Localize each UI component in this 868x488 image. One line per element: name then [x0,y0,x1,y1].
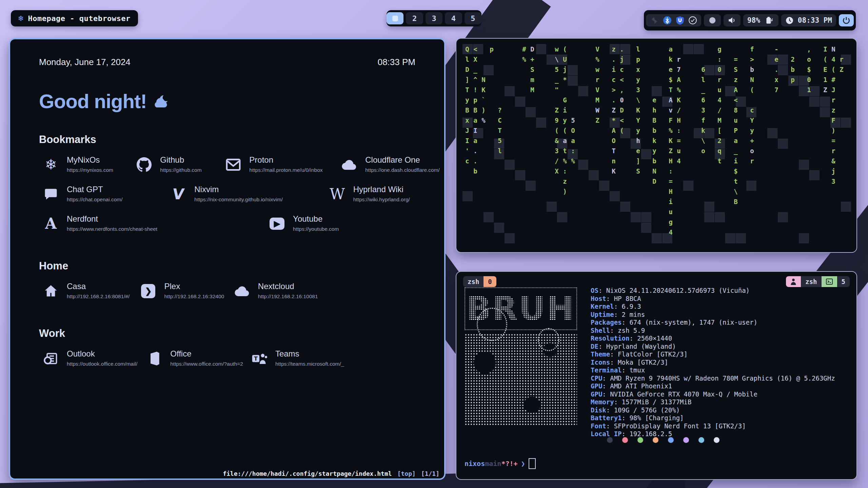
rain-column: -e.x7 [772,44,781,95]
workspace-button-1[interactable] [387,12,403,24]
ghost-square [694,44,704,54]
workspace-button-5[interactable]: 5 [465,12,481,24]
bookmark-proton[interactable]: Protonhttps://mail.proton.me/u/0/inbox [225,156,322,173]
bookmark-github[interactable]: Githubhttps://github.com [136,156,201,173]
bookmark-office[interactable]: Officehttps://www.office.com/?auth=2 [146,350,243,367]
bluetooth-icon[interactable] [663,16,672,25]
shell-prompt[interactable]: nixos main *?!+ ❯ [465,458,536,469]
system-tray-pill: 98% 08:33 PM [644,10,856,30]
bookmark-nerdfont[interactable]: ANerdfonthttps://www.nerdfonts.com/cheat… [42,215,157,232]
statusbar-url: file:///home/hadi/.config/startpage/inde… [223,470,392,477]
ghost-square [505,86,515,96]
ghost-square [809,97,820,107]
rain-column: ,o$01 [805,44,813,95]
ghost-square [778,212,788,222]
bookmark-name: Hyprland Wiki [353,185,410,194]
rain-column: g:0ru4/M[2qt [715,44,724,166]
youtube-icon: ▶ [269,218,285,230]
tmux-segment-0[interactable]: 0 [484,276,496,287]
bookmark-url: https://chat.openai.com/ [67,197,123,203]
bookmark-nextcloud[interactable]: Nextcloudhttp://192.168.2.16:10081 [234,282,318,300]
battery-percent: 98% [747,16,760,24]
office-icon [146,351,163,366]
rain-column: 6l_63fk\o [699,64,707,156]
tmux-status-right: zsh5 [786,276,850,287]
nixos-logo-icon: ❄ [18,14,23,23]
palette-dot [637,437,643,443]
fetch-line: CPU: AMD Ryzen 9 7940HS w/ Radeon 780M G… [591,374,835,383]
ghost-square [515,97,525,107]
ghost-square [515,170,525,180]
rain-column: z.ic>.Z*AOTnK [610,44,618,176]
bookmark-row: Outlookhttps://outlook.office.com/mail/O… [39,344,415,374]
desktop: ❄ Homepage - qutebrowser 2345 98% 08:33 … [0,0,868,488]
bookmark-name: Outlook [67,350,137,358]
ghost-square [620,202,630,212]
section-work: WorkOutlookhttps://outlook.office.com/ma… [39,327,415,374]
battery-segment[interactable]: 98% [743,14,778,26]
tmux-terminal-window[interactable]: zsh0 zsh5 BRUH OS: NixOS 24.11.20240612.… [456,271,857,480]
bookmark-youtube[interactable]: ▶Youtubehttps://youtube.com [269,215,339,232]
bookmark-plex[interactable]: ❯Plexhttp://192.168.2.16:32400 [140,282,224,300]
terminal-cursor [529,458,536,469]
palette-dot [653,437,658,443]
bookmark-hyprland-wiki[interactable]: WHyprland Wikihttps://wiki.hyprland.org/ [329,185,410,203]
bookmark-url: https://www.nerdfonts.com/cheat-sheet [67,226,157,232]
ghost-square [526,107,536,117]
bookmark-cloudflare-one[interactable]: Cloudflare Onehttps://one.dash.cloudflar… [341,156,440,173]
bookmark-teams[interactable]: TTeamshttps://teams.microsoft.com/_ [251,350,344,367]
startpage-time: 08:33 PM [378,57,415,67]
ghost-square [536,118,546,128]
ghost-square [746,181,756,191]
prompt-host: nixos [465,460,485,468]
check-circle-icon[interactable] [688,16,697,25]
section-home: HomeCasahttp://192.168.2.16:8081/#/❯Plex… [39,260,415,306]
rain-column: <X_^!pBaIa..b [471,44,479,176]
cloud-icon [341,158,358,171]
tray-icons [646,14,701,26]
bookmark-name: Youtube [293,215,339,223]
ghost-square [494,223,504,233]
tmux-segment-zsh[interactable]: zsh [463,276,484,287]
rain-column: 2bp [789,54,797,85]
ghost-square [484,65,494,75]
rain-column: ake$TAvF%KZH:=Hiug4 [667,44,675,237]
bookmark-mynixos[interactable]: ❄MyNixOshttps://mynixos.com [42,156,113,173]
rain-column: rZ [837,54,846,75]
prompt-arrow: ❯ [521,460,525,468]
bookmark-name: Cloudflare One [365,156,440,164]
fetch-line: Disk: 109G / 576G (20%) [591,406,835,414]
matrix-terminal-window[interactable]: QlD]TyBxJI'c<X_^!pBaIa..bNK`)%p?CT5l#%D+… [456,38,857,253]
power-icon [842,16,851,25]
bookmark-name: Nerdfont [67,215,157,223]
indicator-segment[interactable] [704,14,721,26]
bookmark-outlook[interactable]: Outlookhttps://outlook.office.com/mail/ [42,350,137,367]
power-button[interactable] [839,14,854,26]
ghost-square [820,107,830,117]
workspace-button-3[interactable]: 3 [426,12,442,24]
workspace-button-4[interactable]: 4 [445,12,462,24]
ascii-art-ring [477,308,507,341]
shield-icon[interactable] [676,16,684,25]
volume-segment[interactable] [724,14,741,26]
bookmark-nixvim[interactable]: VNixvimhttps://nix-community.github.io/n… [170,185,283,203]
bookmark-url: https://one.dash.cloudflare.com/ [365,167,440,173]
bookmark-chat-gpt[interactable]: Chat GPThttps://chat.openai.com/ [42,185,123,203]
ghost-square [841,202,851,212]
workspace-button-2[interactable]: 2 [406,12,423,24]
section-title: Bookmarks [39,134,415,146]
statusbar-scroll-pos: [top] [397,470,416,477]
clock-segment[interactable]: 08:33 PM [781,14,836,26]
kdeconnect-icon[interactable] [650,16,659,25]
rain-column: I(E1Z [821,44,829,95]
rain-column: #% [520,44,528,64]
ghost-square [704,212,714,222]
bookmark-name: Chat GPT [67,185,123,194]
bookmark-url: https://outlook.office.com/mail/ [67,361,137,367]
bookmark-casa[interactable]: Casahttp://192.168.2.16:8081/#/ [42,282,130,300]
bookmark-url: https://wiki.hyprland.org/ [353,197,410,203]
prompt-git-branch: main [485,460,501,468]
tmux-status-left[interactable]: zsh0 [463,276,496,287]
bookmark-name: Nextcloud [258,282,318,290]
bookmark-name: Nixvim [194,185,283,194]
